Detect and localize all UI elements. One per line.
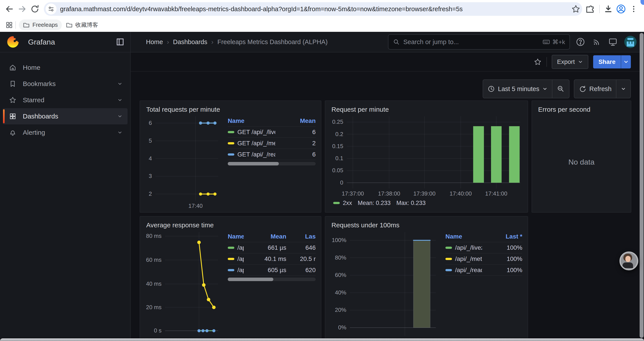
kiosk-mode-button[interactable] — [607, 36, 618, 48]
table-header-las[interactable]: Las — [289, 233, 316, 240]
table-header-name[interactable]: Name — [228, 233, 244, 240]
bookmark-label: 收藏博客 — [76, 21, 98, 29]
bookmark-icon — [9, 80, 16, 88]
table-header-name[interactable]: Name — [446, 233, 482, 240]
request-per-minute-chart: 0.250.20.150.10.05017:37:0017:38:0017:39… — [330, 115, 522, 197]
sidebar-item-starred[interactable]: Starred — [3, 92, 128, 108]
rss-icon — [592, 37, 601, 47]
browser-toolbar: grafana.mathmast.com/d/deytv4rwavabkb/fr… — [0, 0, 644, 18]
y-tick-label: 0.25 — [330, 119, 343, 125]
background-window-edge — [0, 338, 644, 341]
forward-arrow-icon — [17, 4, 27, 14]
table-row: /api/_/livez661 µs646 — [228, 242, 316, 253]
chart-legend: 2xx Mean: 0.233 Max: 0.233 — [330, 197, 522, 209]
url-bar[interactable]: grafana.mathmast.com/d/deytv4rwavabkb/fr… — [44, 2, 582, 16]
sidebar-item-dashboards[interactable]: Dashboards — [3, 108, 128, 124]
series-name[interactable]: /api/_/metrics — [228, 255, 244, 262]
panel-title[interactable]: Requests under 100ms — [330, 220, 522, 231]
x-tick-label: 17:37:00 — [342, 190, 364, 197]
y-tick-label: 60 ms — [145, 256, 162, 263]
browser-forward-button[interactable] — [16, 3, 28, 15]
refresh-interval-button[interactable] — [616, 80, 630, 98]
news-button[interactable] — [591, 36, 602, 48]
x-tick-label: 17:38:00 — [378, 190, 400, 197]
browser-menu-button[interactable] — [627, 3, 640, 15]
grafana-logo[interactable] — [7, 36, 19, 48]
tune-icon — [47, 5, 55, 13]
scrollbar-thumb[interactable] — [228, 162, 279, 165]
search-placeholder: Search or jump to... — [403, 38, 539, 46]
series-color-swatch — [228, 142, 234, 144]
table-header-row: NameMeanLas — [228, 231, 316, 242]
series-color-swatch — [446, 258, 452, 260]
sidebar-item-home[interactable]: Home — [3, 60, 128, 76]
favorite-dashboard-star-icon[interactable] — [534, 58, 542, 66]
chevron-down-icon[interactable] — [117, 97, 123, 103]
table-cell-value: 661 µs — [247, 244, 286, 251]
series-name[interactable]: /api/_/livez — [228, 244, 244, 251]
series-name[interactable]: /api/_/readyz — [446, 267, 482, 274]
panel-title[interactable]: Average response time — [145, 220, 316, 231]
table-header-last[interactable]: Last * — [485, 233, 522, 240]
bookmarks-divider — [15, 21, 16, 29]
table-header-mean[interactable]: Mean — [278, 117, 316, 124]
chevron-down-icon[interactable] — [117, 129, 123, 136]
table-horizontal-scrollbar[interactable] — [228, 278, 316, 281]
chevron-down-icon[interactable] — [117, 81, 123, 87]
scrollbar-thumb[interactable] — [640, 33, 644, 338]
series-name[interactable]: GET /api/_/metrics — [228, 140, 275, 147]
browser-back-button[interactable] — [3, 3, 16, 15]
bookmark-item-freeleaps[interactable]: Freeleaps — [19, 20, 62, 31]
series-name[interactable]: GET /api/_/livez — [228, 129, 275, 136]
collapse-sidebar-icon[interactable] — [115, 37, 125, 47]
sidebar-item-alerting[interactable]: Alerting — [3, 124, 128, 141]
series-name[interactable]: /api/_/readyz — [228, 267, 244, 274]
breadcrumb-dashboards[interactable]: Dashboards — [173, 38, 207, 46]
bookmark-star-button[interactable] — [571, 5, 580, 14]
page-scrollbar[interactable] — [640, 33, 644, 338]
url-text[interactable]: grafana.mathmast.com/d/deytv4rwavabkb/fr… — [60, 6, 571, 13]
series-name[interactable]: GET /api/_/readyz — [228, 151, 275, 158]
series-name[interactable]: /api/_/metrics — [446, 255, 482, 262]
help-button[interactable] — [575, 36, 586, 48]
scrollbar-thumb[interactable] — [228, 278, 274, 281]
search-input[interactable]: Search or jump to... ⌘+k — [388, 34, 570, 50]
series-color-swatch — [228, 269, 234, 271]
brand-title: Grafana — [28, 38, 115, 46]
series-name[interactable]: /api/_/livez — [446, 244, 482, 251]
refresh-button[interactable]: Refresh — [574, 80, 616, 98]
chevron-down-icon[interactable] — [117, 113, 123, 119]
table-row: GET /api/_/metrics2 — [228, 138, 316, 149]
panel-title[interactable]: Errors per second — [537, 104, 626, 115]
panel-title[interactable]: Request per minute — [330, 104, 522, 115]
panel-title[interactable]: Total requests per minute — [145, 104, 316, 115]
panel-row-1: Total requests per minute 6543217:40 Nam… — [140, 101, 631, 213]
y-tick-label: 0.1 — [330, 155, 343, 162]
share-button[interactable]: Share — [593, 55, 621, 69]
apps-grid-icon[interactable] — [5, 21, 13, 29]
assistant-avatar-widget[interactable] — [620, 251, 638, 270]
downloads-button[interactable] — [602, 3, 615, 15]
site-settings-button[interactable] — [46, 4, 56, 15]
bookmark-item-blogs[interactable]: 收藏博客 — [62, 20, 102, 31]
sidebar-item-label: Bookmarks — [23, 80, 112, 88]
download-icon — [604, 5, 613, 14]
profile-button[interactable] — [615, 3, 627, 15]
extensions-button[interactable] — [584, 3, 597, 15]
table-header-name[interactable]: Name — [228, 117, 275, 124]
browser-reload-button[interactable] — [28, 3, 41, 15]
export-button[interactable]: Export — [552, 55, 588, 69]
chart-canvas — [330, 231, 438, 341]
time-range-picker[interactable]: Last 5 minutes — [483, 80, 552, 98]
user-avatar[interactable] — [624, 36, 636, 48]
table-horizontal-scrollbar[interactable] — [228, 162, 316, 165]
x-tick-label: 17:41:00 — [485, 190, 507, 197]
share-menu-button[interactable] — [621, 55, 631, 69]
zoom-out-time-button[interactable] — [552, 80, 569, 98]
sidebar-item-bookmarks[interactable]: Bookmarks — [3, 76, 128, 92]
legend-series-2xx[interactable]: 2xx — [333, 200, 352, 206]
table-header-mean[interactable]: Mean — [247, 233, 286, 240]
breadcrumb-home[interactable]: Home — [146, 38, 163, 46]
requests-under-100ms-chart: 100%80%60%40%20%0%17:40 — [330, 231, 438, 341]
table-cell-value: 40.1 ms — [247, 255, 286, 262]
